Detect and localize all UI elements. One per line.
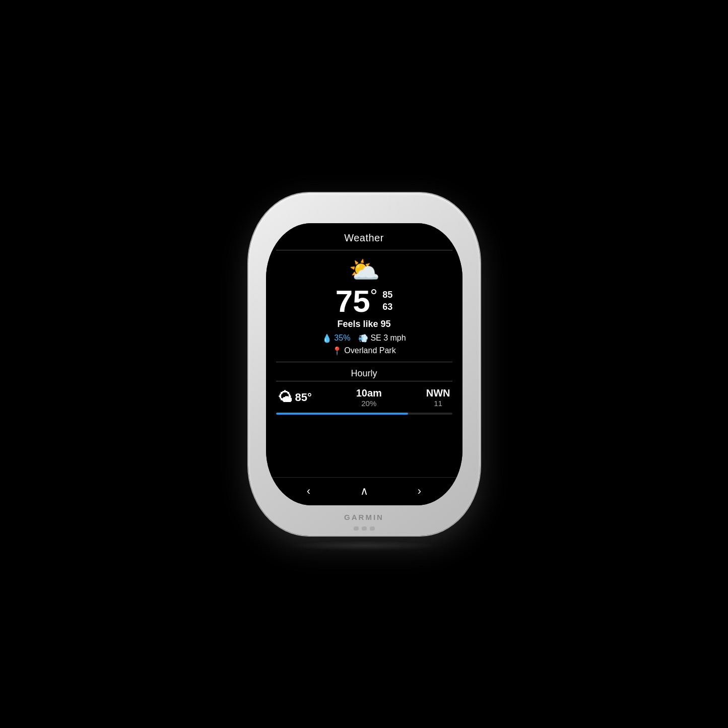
wind-value: SE 3 mph — [370, 334, 406, 343]
temperature-row: 75 ° 85 63 — [276, 286, 452, 317]
hourly-icon-temp: 🌤 85° — [278, 389, 312, 406]
screen-content: Weather ⛅ 75 ° 85 63 Feels like 95 — [266, 223, 462, 477]
details-row: 💧 35% 💨 SE 3 mph — [276, 334, 452, 343]
screen-bezel: Weather ⛅ 75 ° 85 63 Feels like 95 — [266, 223, 462, 505]
high-low-temps: 85 63 — [382, 289, 392, 313]
location-pin-icon: 📍 — [332, 346, 342, 356]
progress-bar-fill — [276, 413, 409, 415]
hourly-time-precip: 10am 20% — [356, 387, 382, 408]
hourly-divider — [276, 362, 452, 362]
low-temp: 63 — [382, 301, 392, 313]
hourly-wind-direction: NWN — [426, 387, 450, 399]
hourly-wind-speed: 11 — [426, 399, 450, 408]
garmin-brand: GARMIN — [344, 513, 384, 521]
weather-icon-row: ⛅ — [276, 257, 452, 283]
drop-icon: 💧 — [322, 334, 332, 343]
nav-up-button[interactable]: ∧ — [354, 485, 374, 498]
nav-bar: ‹ ∧ › — [266, 477, 462, 505]
device-bumps — [354, 526, 375, 531]
hourly-temp: 85° — [295, 391, 312, 404]
hourly-time: 10am — [356, 387, 382, 399]
weather-title: Weather — [276, 232, 452, 244]
hourly-inner-divider — [276, 381, 452, 381]
wind-icon: 💨 — [358, 334, 368, 343]
high-temp: 85 — [382, 289, 392, 301]
hourly-precip: 20% — [356, 399, 382, 408]
temp-unit: ° — [370, 286, 377, 307]
precipitation-pct: 35% — [334, 334, 350, 343]
feels-like: Feels like 95 — [276, 319, 452, 329]
nav-right-button[interactable]: › — [410, 485, 430, 498]
hourly-wind: NWN 11 — [426, 387, 450, 408]
hourly-condition-icon: 🌤 — [278, 389, 292, 406]
location-name: Overland Park — [344, 346, 395, 355]
main-temperature: 75 — [336, 286, 370, 317]
location-row: 📍 Overland Park — [276, 346, 452, 356]
nav-left-button[interactable]: ‹ — [299, 485, 319, 498]
precipitation-info: 💧 35% — [322, 334, 350, 343]
hourly-section: Hourly 🌤 85° 10am 20% NWN — [276, 366, 452, 415]
garmin-device: Weather ⛅ 75 ° 85 63 Feels like 95 — [248, 193, 480, 536]
wind-info: 💨 SE 3 mph — [358, 334, 406, 343]
weather-condition-icon: ⛅ — [349, 257, 380, 283]
progress-bar — [276, 413, 452, 415]
hourly-title: Hourly — [276, 368, 452, 379]
hourly-row: 🌤 85° 10am 20% NWN 11 — [276, 383, 452, 410]
title-divider — [276, 250, 452, 250]
